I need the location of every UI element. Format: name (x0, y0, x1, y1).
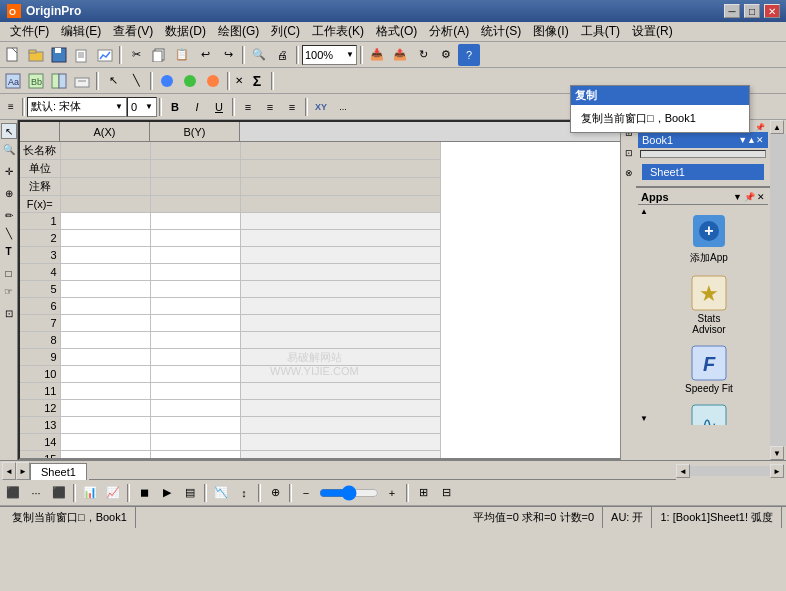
bt-btn3[interactable]: ⬛ (48, 482, 70, 504)
menu-settings[interactable]: 设置(R) (626, 21, 679, 42)
move-tool[interactable]: ✛ (1, 163, 17, 179)
menu-plot[interactable]: 绘图(G) (212, 21, 265, 42)
cell-a12[interactable] (60, 400, 150, 417)
line-tool[interactable]: ╲ (1, 225, 17, 241)
right-scroll-down-btn[interactable]: ▼ (770, 446, 784, 460)
cell-b-comment[interactable] (150, 178, 240, 196)
cell-b-unit[interactable] (150, 160, 240, 178)
menu-data[interactable]: 数据(D) (159, 21, 212, 42)
zoom-minus-btn[interactable]: − (295, 482, 317, 504)
h-scroll-left[interactable]: ◄ (676, 464, 690, 478)
cell-a7[interactable] (60, 315, 150, 332)
bt-btn13[interactable]: ⊟ (435, 482, 457, 504)
col-b-header[interactable]: B(Y) (150, 122, 240, 141)
bt-btn10[interactable]: ↕ (233, 482, 255, 504)
cell-a15[interactable] (60, 451, 150, 459)
bt-btn12[interactable]: ⊞ (412, 482, 434, 504)
select-tool[interactable]: ↖ (1, 123, 17, 139)
align-center-btn[interactable]: ≡ (259, 96, 281, 118)
menu-analysis[interactable]: 分析(A) (423, 21, 475, 42)
workbook-controls[interactable]: ▼▲✕ (738, 135, 764, 145)
cell-b8[interactable] (150, 332, 240, 349)
workbook-pin-btn[interactable]: 📌 (755, 123, 765, 132)
apps-scroll-up[interactable]: ▲ (640, 207, 648, 216)
app-item-speedy-fit[interactable]: F Speedy Fit (650, 341, 768, 398)
cell-b13[interactable] (150, 417, 240, 434)
bt-btn5[interactable]: 📈 (102, 482, 124, 504)
crosshair-tool[interactable]: ⊕ (1, 185, 17, 201)
tb2-btn4[interactable] (71, 70, 93, 92)
cell-b5[interactable] (150, 281, 240, 298)
app-item-addapp[interactable]: + 添加App (650, 209, 768, 269)
bold-btn[interactable]: B (164, 96, 186, 118)
cell-b6[interactable] (150, 298, 240, 315)
text-tool[interactable]: T (1, 243, 17, 259)
arrow-tool-btn[interactable]: ↖ (102, 70, 124, 92)
col-a-header[interactable]: A(X) (60, 122, 150, 141)
format-col-btn[interactable]: XY (310, 96, 332, 118)
menu-format[interactable]: 格式(O) (370, 21, 423, 42)
script-btn[interactable]: ⚙ (435, 44, 457, 66)
menu-stats[interactable]: 统计(S) (475, 21, 527, 42)
fill-btn[interactable] (179, 70, 201, 92)
align-right-btn[interactable]: ≡ (281, 96, 303, 118)
cell-a10[interactable] (60, 366, 150, 383)
menu-image[interactable]: 图像(I) (527, 21, 574, 42)
cut-btn[interactable]: ✂ (125, 44, 147, 66)
cell-b7[interactable] (150, 315, 240, 332)
format-btn1[interactable]: ≡ (2, 96, 20, 118)
sheet-tab-sheet1[interactable]: Sheet1 (30, 463, 87, 480)
font-size-input[interactable]: 0 ▼ (127, 97, 157, 117)
bt-btn11[interactable]: ⊕ (264, 482, 286, 504)
right-scroll-track[interactable] (770, 134, 786, 446)
menu-worksheet[interactable]: 工作表(K) (306, 21, 370, 42)
cell-a11[interactable] (60, 383, 150, 400)
copy-btn[interactable] (148, 44, 170, 66)
tb2-btn1[interactable]: Aa (2, 70, 24, 92)
undo-btn[interactable]: ↩ (194, 44, 216, 66)
bt-btn1[interactable]: ⬛ (2, 482, 24, 504)
zoom-tool[interactable]: 🔍 (1, 141, 17, 157)
cell-b-fx[interactable] (150, 196, 240, 213)
zoom-dropdown-icon[interactable]: ▼ (346, 50, 354, 59)
cell-b4[interactable] (150, 264, 240, 281)
cell-a4[interactable] (60, 264, 150, 281)
draw-tool[interactable]: ✏ (1, 207, 17, 223)
recalc-btn[interactable]: ↻ (412, 44, 434, 66)
bt-btn6[interactable]: ◼ (133, 482, 155, 504)
app-item-stats-advisor[interactable]: ★ Stats Advisor (650, 271, 768, 339)
sheet-tab-in-panel[interactable]: Sheet1 (642, 164, 764, 180)
cell-a6[interactable] (60, 298, 150, 315)
save-btn[interactable] (48, 44, 70, 66)
apps-pin-btn[interactable]: 📌 (744, 192, 755, 202)
region-tool[interactable]: ⊡ (1, 305, 17, 321)
h-scroll-right[interactable]: ► (770, 464, 784, 478)
bt-btn9[interactable]: 📉 (210, 482, 232, 504)
new-graph-btn[interactable] (94, 44, 116, 66)
cell-b1[interactable] (150, 213, 240, 230)
zoom-plus-btn[interactable]: + (381, 482, 403, 504)
format-more-btn[interactable]: ... (332, 96, 354, 118)
open-btn[interactable] (25, 44, 47, 66)
workbook-scroll[interactable] (640, 150, 766, 158)
side-btn2[interactable]: ⊡ (621, 145, 637, 161)
italic-btn[interactable]: I (186, 96, 208, 118)
print-btn[interactable]: 🖨 (271, 44, 293, 66)
cell-b-longname[interactable] (150, 142, 240, 160)
circle-btn[interactable] (202, 70, 224, 92)
menu-column[interactable]: 列(C) (265, 21, 306, 42)
font-name-dropdown[interactable]: 默认: 宋体 ▼ (27, 97, 127, 117)
menu-view[interactable]: 查看(V) (107, 21, 159, 42)
sheet-scroll-right[interactable]: ► (16, 462, 30, 480)
cell-b14[interactable] (150, 434, 240, 451)
cell-a2[interactable] (60, 230, 150, 247)
cell-b15[interactable] (150, 451, 240, 459)
draw-line-btn[interactable]: ╲ (125, 70, 147, 92)
cell-a1[interactable] (60, 213, 150, 230)
h-scroll-track[interactable] (690, 466, 770, 476)
tb2-btn2[interactable]: Bb (25, 70, 47, 92)
popup-copy-item[interactable]: 复制当前窗口□，Book1 (577, 109, 743, 128)
maximize-button[interactable]: □ (744, 4, 760, 18)
cell-b10[interactable] (150, 366, 240, 383)
apps-collapse-btn[interactable]: ▼ (733, 192, 742, 202)
